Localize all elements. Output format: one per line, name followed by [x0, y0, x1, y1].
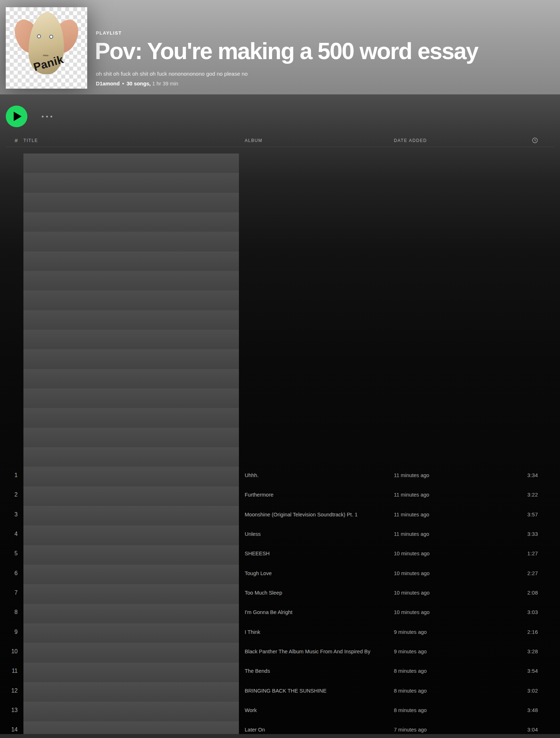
track-album[interactable]: SHEEESH — [245, 551, 388, 556]
track-duration: 3:34 — [498, 472, 554, 478]
table-row[interactable]: 9 I Think seekx I Think 9 minutes ago 2:… — [6, 310, 554, 330]
track-album[interactable]: Work — [245, 707, 388, 713]
track-date-added: 10 minutes ago — [394, 570, 492, 576]
column-header-date-added[interactable]: DATE ADDED — [394, 138, 492, 143]
meme-mouth-icon — [43, 55, 49, 57]
track-index: 9 — [6, 629, 18, 635]
track-index: 7 — [6, 590, 18, 596]
clock-icon — [532, 137, 538, 143]
playlist-body: # TITLE ALBUM DATE ADDED 1 Uhhh. Baby Bl… — [0, 94, 560, 738]
track-index: 6 — [6, 570, 18, 577]
track-duration: 3:03 — [498, 609, 554, 615]
track-index: 14 — [6, 726, 18, 733]
track-date-added: 8 minutes ago — [394, 688, 492, 694]
track-album[interactable]: I'm Gonna Be Alright — [245, 609, 388, 615]
track-duration: 3:54 — [498, 668, 554, 674]
track-date-added: 8 minutes ago — [394, 707, 492, 713]
track-table-header: # TITLE ALBUM DATE ADDED — [6, 134, 554, 147]
track-date-added: 10 minutes ago — [394, 551, 492, 556]
track-date-added: 10 minutes ago — [394, 590, 492, 596]
table-row[interactable]: 14 Later On Khaim Later On 7 minutes ago… — [6, 408, 554, 427]
track-album[interactable]: Uhhh. — [245, 472, 388, 478]
meme-eye-icon — [49, 35, 53, 39]
track-album[interactable]: Too Much Sleep — [245, 590, 388, 596]
track-index: 4 — [6, 531, 18, 537]
track-duration: 2:16 — [498, 629, 554, 635]
track-album[interactable]: Unless — [245, 531, 388, 537]
column-header-duration[interactable] — [532, 137, 554, 143]
song-count: 30 songs, — [126, 81, 151, 86]
track-index: 10 — [6, 648, 18, 655]
track-date-added: 8 minutes ago — [394, 668, 492, 674]
meta-separator: • — [122, 81, 124, 86]
track-album[interactable]: Moonshine (Original Television Soundtrac… — [245, 512, 388, 517]
track-duration: 1:27 — [498, 551, 554, 556]
track-album[interactable]: Black Panther The Album Music From And I… — [245, 649, 388, 654]
track-date-added: 11 minutes ago — [394, 531, 492, 537]
track-album[interactable]: I Think — [245, 629, 388, 635]
playlist-description: oh shit oh fuck oh shit oh fuck nononono… — [96, 71, 478, 77]
table-row[interactable]: 11 Just Radiohead The Bends 8 minutes ag… — [6, 349, 554, 369]
track-index: 11 — [6, 668, 18, 674]
bottom-bar — [0, 734, 560, 738]
track-date-added: 10 minutes ago — [394, 609, 492, 615]
ellipsis-dot — [42, 116, 44, 117]
track-album[interactable]: Furthermore — [245, 492, 388, 498]
table-row[interactable]: 3 Even Though Monday Kiz Moonshine (Orig… — [6, 193, 554, 212]
track-album[interactable]: The Bends — [245, 668, 388, 674]
track-date-added: 11 minutes ago — [394, 492, 492, 498]
track-duration: 3:02 — [498, 688, 554, 694]
table-row[interactable]: 2 Furthermore Racoma Furthermore 11 minu… — [6, 173, 554, 192]
table-row[interactable]: 6 Fuck Forth Wanderers Tough Love 10 min… — [6, 252, 554, 271]
column-header-title[interactable]: TITLE — [23, 138, 239, 143]
track-album[interactable]: Tough Love — [245, 570, 388, 576]
track-duration: 2:08 — [498, 590, 554, 596]
table-row[interactable]: 7 I Can't Think of Anything The Adjectiv… — [6, 271, 554, 290]
track-date-added: 11 minutes ago — [394, 512, 492, 517]
track-album[interactable]: BRINGING BACK THE SUNSHINE — [245, 688, 388, 694]
table-row[interactable]: 15 Wait Love Beans I Need Only You 5 min… — [6, 428, 554, 447]
table-row[interactable]: 1 Uhhh. Baby Blue Uhhh. 11 minutes ago 3… — [6, 154, 554, 173]
track-duration: 3:57 — [498, 512, 554, 517]
track-index: 3 — [6, 511, 18, 518]
track-duration: 3:48 — [498, 707, 554, 713]
track-duration: 3:33 — [498, 531, 554, 537]
track-index: 2 — [6, 492, 18, 498]
more-options-button[interactable] — [40, 114, 54, 120]
meme-eye-icon — [37, 34, 41, 38]
ellipsis-dot — [50, 116, 52, 117]
track-album[interactable]: Later On — [245, 727, 388, 733]
playlist-type-label: PLAYLIST — [96, 31, 478, 36]
playlist-meta: D1amond • 30 songs, 1 hr 39 min — [96, 81, 478, 86]
table-row[interactable]: 10 I Am E Jorja Smith Black Panther The … — [6, 330, 554, 349]
track-index: 5 — [6, 550, 18, 557]
table-row[interactable]: 13 Do This Holy Ghost! Work 8 minutes ag… — [6, 388, 554, 408]
track-duration: 2:27 — [498, 570, 554, 576]
column-header-album[interactable]: ALBUM — [245, 138, 388, 143]
owner-link[interactable]: D1amond — [96, 81, 120, 86]
table-row[interactable]: 4 Unless E Haiden Unless 11 minutes ago … — [6, 212, 554, 232]
track-index: 8 — [6, 609, 18, 615]
ellipsis-dot — [46, 116, 48, 117]
header-info: PLAYLIST Pov: You're making a 500 word e… — [96, 31, 478, 89]
track-date-added: 7 minutes ago — [394, 727, 492, 733]
track-duration: 3:28 — [498, 649, 554, 654]
playlist-header: Panik PLAYLIST Pov: You're making a 500 … — [0, 0, 560, 94]
track-index: 1 — [6, 472, 18, 479]
playlist-length: 1 hr 39 min — [152, 81, 178, 86]
track-date-added: 9 minutes ago — [394, 629, 492, 635]
track-date-added: 11 minutes ago — [394, 472, 492, 478]
track-index: 13 — [6, 707, 18, 713]
column-header-index[interactable]: # — [6, 137, 18, 143]
track-duration: 3:04 — [498, 727, 554, 733]
track-date-added: 9 minutes ago — [394, 649, 492, 654]
play-button[interactable] — [6, 106, 27, 127]
table-row[interactable]: 8 I'm Gonna Be Alright Kenaniah, David R… — [6, 290, 554, 310]
table-row[interactable]: 12 Gonna Blake Shelton BRINGING BACK THE… — [6, 369, 554, 388]
page-title: Pov: You're making a 500 word essay — [95, 39, 478, 63]
table-row[interactable]: 5 UHHH MXXWLL, JD Beck SHEEESH 10 minute… — [6, 232, 554, 251]
playlist-cover: Panik — [6, 7, 87, 89]
table-row[interactable]: 16 I Need To FETISH I Need To 5 minutes … — [6, 447, 554, 467]
track-index: 12 — [6, 688, 18, 694]
play-icon — [14, 112, 22, 121]
